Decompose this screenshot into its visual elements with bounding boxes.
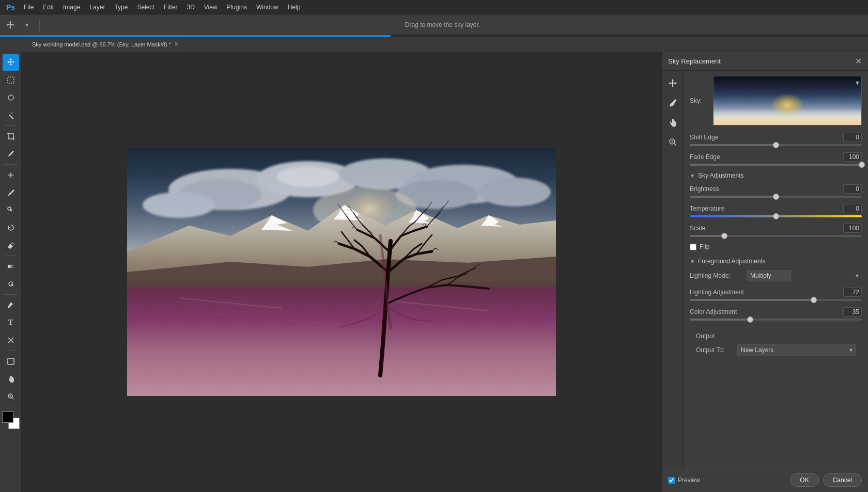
- temperature-label: Temperature: [690, 205, 724, 212]
- menu-file[interactable]: File: [20, 3, 38, 12]
- temperature-value[interactable]: 0: [843, 204, 862, 213]
- document-tab[interactable]: Sky working model.psd @ 66.7% (Sky, Laye…: [26, 37, 185, 52]
- sky-adjustments-header[interactable]: ▼ Sky Adjustments: [690, 172, 862, 179]
- app-logo: Ps: [4, 1, 17, 13]
- menu-view[interactable]: View: [200, 3, 222, 12]
- svg-rect-2: [8, 77, 14, 83]
- menu-3d[interactable]: 3D: [182, 3, 198, 12]
- menu-window[interactable]: Window: [252, 3, 283, 12]
- brightness-track[interactable]: [690, 196, 862, 198]
- lighting-mode-select-wrapper: Multiply Normal Screen Overlay Luminosit…: [747, 270, 862, 281]
- tool-gradient[interactable]: [3, 258, 19, 275]
- menu-type[interactable]: Type: [110, 3, 132, 12]
- tool-magic-wand[interactable]: [3, 107, 19, 123]
- scale-value[interactable]: 100: [843, 224, 862, 233]
- menu-image[interactable]: Image: [59, 3, 84, 12]
- tool-move[interactable]: [3, 54, 19, 71]
- tool-clone[interactable]: [3, 202, 19, 218]
- panel-close-button[interactable]: ✕: [855, 56, 862, 66]
- color-adjustment-track[interactable]: [690, 319, 862, 321]
- dropdown-arrow[interactable]: ▾: [21, 19, 33, 31]
- scale-label: Scale: [690, 225, 705, 232]
- panel-tool-hand[interactable]: [664, 114, 681, 131]
- preview-row: Preview: [668, 477, 700, 484]
- fade-edge-handle[interactable]: [859, 162, 865, 168]
- move-tool-option[interactable]: [4, 19, 17, 31]
- color-adjustment-handle[interactable]: [747, 316, 753, 323]
- lighting-adjustment-value[interactable]: 72: [843, 288, 862, 297]
- lighting-adjustment-handle[interactable]: [811, 297, 817, 303]
- brightness-label-row: Brightness 0: [690, 184, 862, 194]
- left-toolbar: T: [0, 52, 22, 492]
- scale-handle[interactable]: [721, 233, 727, 239]
- options-divider: [39, 19, 40, 31]
- temperature-slider-row: Temperature 0: [690, 204, 862, 217]
- preview-checkbox[interactable]: [668, 477, 675, 484]
- cancel-button[interactable]: Cancel: [823, 473, 862, 487]
- color-adjustment-label-row: Color Adjustment 35: [690, 307, 862, 316]
- output-to-select[interactable]: New Layers Duplicate Layer: [737, 344, 856, 356]
- tool-text[interactable]: T: [3, 314, 19, 331]
- lighting-adjustment-track[interactable]: [690, 299, 862, 301]
- brightness-handle[interactable]: [773, 194, 779, 200]
- color-adjustment-value[interactable]: 35: [843, 307, 862, 316]
- fade-edge-value[interactable]: 100: [843, 152, 862, 162]
- tool-dodge[interactable]: [3, 276, 19, 292]
- progress-bar: [0, 35, 391, 37]
- brightness-value[interactable]: 0: [843, 184, 862, 194]
- menu-filter[interactable]: Filter: [160, 3, 182, 12]
- options-hint: Drag to move the sky layer.: [46, 21, 839, 28]
- toolbar-separator-6: [5, 407, 17, 407]
- sky-preview-image: [714, 76, 861, 125]
- svg-point-18: [478, 178, 551, 207]
- flip-checkbox[interactable]: [690, 244, 696, 250]
- main-area: T: [0, 52, 868, 492]
- panel-tool-zoom[interactable]: [664, 134, 681, 150]
- tool-shape[interactable]: [3, 353, 19, 370]
- menu-layer[interactable]: Layer: [85, 3, 109, 12]
- tool-lasso[interactable]: [3, 89, 19, 106]
- temperature-track[interactable]: [690, 215, 862, 217]
- progress-bar-container: [0, 35, 868, 37]
- canvas-area: [22, 52, 661, 492]
- foreground-color-swatch[interactable]: [2, 411, 13, 423]
- ok-button[interactable]: OK: [790, 473, 818, 487]
- tool-hand[interactable]: [3, 371, 19, 387]
- foreground-adjustments-header[interactable]: ▼ Foreground Adjustments: [690, 258, 862, 265]
- shift-edge-track[interactable]: [690, 144, 862, 146]
- tool-crop[interactable]: [3, 128, 19, 145]
- scale-slider-row: Scale 100: [690, 224, 862, 237]
- sky-selector-row: Sky:: [690, 76, 862, 125]
- panel-tool-paint[interactable]: [664, 94, 681, 111]
- lighting-mode-select[interactable]: Multiply Normal Screen Overlay Luminosit…: [747, 270, 791, 281]
- scale-track[interactable]: [690, 235, 862, 237]
- lighting-adjustment-label-row: Lighting Adjustment 72: [690, 288, 862, 297]
- menu-plugins[interactable]: Plugins: [223, 3, 251, 12]
- canvas-image: [127, 148, 556, 396]
- color-swatches[interactable]: [2, 411, 20, 429]
- tool-select-rect[interactable]: [3, 72, 19, 88]
- svg-point-4: [8, 207, 11, 210]
- tab-close-button[interactable]: ✕: [174, 41, 179, 47]
- tool-history[interactable]: [3, 219, 19, 236]
- preview-label: Preview: [678, 477, 700, 484]
- shift-edge-handle[interactable]: [773, 142, 779, 148]
- sky-preview-dropdown[interactable]: [713, 76, 862, 125]
- menu-help[interactable]: Help: [284, 3, 305, 12]
- shift-edge-value[interactable]: 0: [843, 133, 862, 142]
- shift-edge-slider-row: Shift Edge 0: [690, 133, 862, 146]
- menu-edit[interactable]: Edit: [39, 3, 58, 12]
- tool-eraser[interactable]: [3, 237, 19, 253]
- fade-edge-track[interactable]: [690, 164, 862, 166]
- panel-tool-move[interactable]: [664, 75, 681, 91]
- tool-heal[interactable]: [3, 167, 19, 183]
- tool-path[interactable]: [3, 332, 19, 348]
- tool-zoom[interactable]: [3, 388, 19, 405]
- tool-pen[interactable]: [3, 297, 19, 313]
- output-section: Output Output To: New Layers Duplicate L…: [690, 327, 862, 361]
- tool-brush[interactable]: [3, 184, 19, 201]
- menu-select[interactable]: Select: [133, 3, 158, 12]
- panel-main: Sky: Shift Edge 0: [684, 71, 868, 468]
- temperature-handle[interactable]: [773, 213, 779, 219]
- tool-eyedropper[interactable]: [3, 146, 19, 162]
